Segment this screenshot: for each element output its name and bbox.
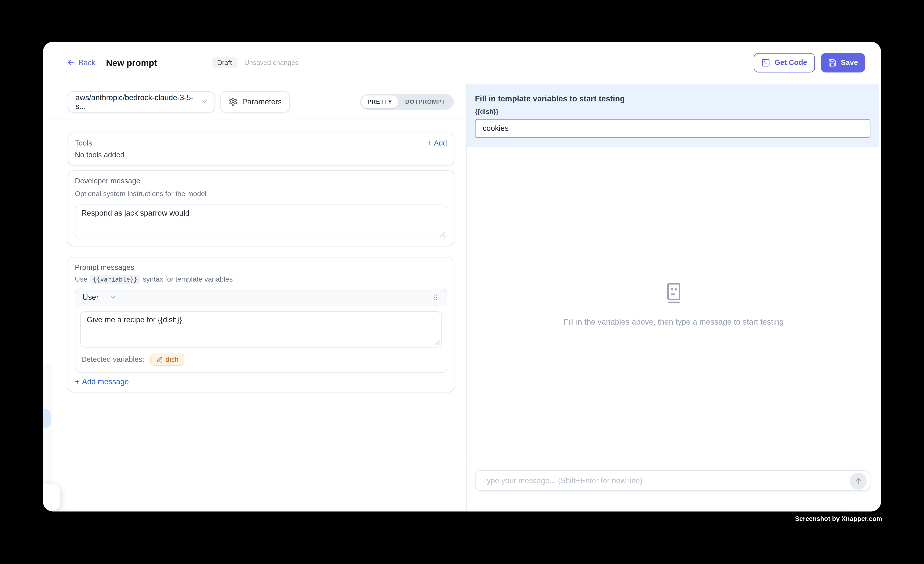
tools-empty-text: No tools added bbox=[75, 151, 447, 159]
clipped-sidebar-active-item[interactable] bbox=[43, 409, 51, 428]
test-panel: Fill in template variables to start test… bbox=[466, 84, 881, 512]
model-select[interactable]: aws/anthropic/bedrock-claude-3-5-s... bbox=[68, 92, 215, 112]
resize-handle-icon[interactable] bbox=[440, 231, 445, 237]
add-message-button[interactable]: + Add message bbox=[75, 377, 447, 386]
prompt-messages-card: Prompt messages Use {{variable}} syntax … bbox=[68, 257, 454, 392]
toggle-dotprompt[interactable]: DOTPROMPT bbox=[398, 95, 452, 108]
resize-handle-icon[interactable] bbox=[434, 340, 440, 345]
header: Back New prompt Draft Unsaved changes Ge… bbox=[43, 42, 881, 84]
floppy-disk-icon bbox=[828, 58, 837, 67]
arrow-left-icon bbox=[67, 58, 75, 67]
user-message-field: Give me a recipe for {{dish}} bbox=[80, 311, 442, 348]
get-code-button[interactable]: Get Code bbox=[754, 53, 815, 72]
chevron-down-icon[interactable] bbox=[109, 294, 117, 302]
developer-message-subtitle: Optional system instructions for the mod… bbox=[75, 190, 447, 198]
get-code-label: Get Code bbox=[774, 58, 807, 67]
tools-card: Tools + Add No tools added bbox=[68, 132, 454, 165]
chat-footer bbox=[466, 461, 881, 512]
bot-face-icon bbox=[663, 282, 685, 306]
add-tool-label: Add bbox=[434, 139, 447, 147]
parameters-button[interactable]: Parameters bbox=[220, 92, 290, 112]
screenshot-stage: Back New prompt Draft Unsaved changes Ge… bbox=[0, 0, 924, 564]
window-body: aws/anthropic/bedrock-claude-3-5-s... Pa… bbox=[43, 84, 881, 512]
message-role-row: User bbox=[75, 289, 446, 306]
terminal-square-icon bbox=[762, 58, 770, 67]
gear-icon bbox=[229, 98, 237, 106]
clipped-popup-corner bbox=[43, 484, 60, 511]
dish-variable-label: {{dish}} bbox=[475, 108, 870, 115]
chevron-down-icon bbox=[201, 98, 209, 106]
save-button[interactable]: Save bbox=[820, 53, 865, 72]
plus-icon: + bbox=[75, 377, 80, 386]
hint-suffix: syntax for template variables bbox=[143, 276, 233, 284]
editor-scroll-area: Tools + Add No tools added Developer mes… bbox=[43, 120, 466, 392]
back-label: Back bbox=[78, 58, 95, 67]
header-actions: Get Code Save bbox=[754, 53, 865, 72]
save-label: Save bbox=[841, 58, 858, 67]
dish-variable-input[interactable] bbox=[475, 119, 870, 138]
developer-message-title: Developer message bbox=[75, 177, 447, 185]
chat-message-input[interactable] bbox=[483, 476, 846, 485]
detected-variable-name: dish bbox=[166, 356, 179, 364]
parameters-label: Parameters bbox=[242, 98, 282, 106]
back-button[interactable]: Back bbox=[67, 58, 95, 67]
tools-title: Tools bbox=[75, 139, 92, 147]
developer-message-textarea[interactable]: Respond as jack sparrow would bbox=[75, 205, 446, 238]
drag-handle-icon[interactable] bbox=[432, 293, 439, 302]
detected-variables-row: Detected variables: dish bbox=[80, 348, 442, 372]
variable-chip: {{variable}} bbox=[90, 275, 140, 284]
model-select-value: aws/anthropic/bedrock-claude-3-5-s... bbox=[75, 93, 201, 111]
prompt-message-block: User Give me a recipe for {{dish}} bbox=[75, 289, 447, 373]
message-body: Give me a recipe for {{dish}} Detected v… bbox=[75, 306, 446, 372]
role-select-value[interactable]: User bbox=[82, 293, 99, 302]
developer-message-field: Respond as jack sparrow would bbox=[75, 204, 447, 239]
app-window: Back New prompt Draft Unsaved changes Ge… bbox=[43, 42, 881, 512]
template-variables-section: Fill in template variables to start test… bbox=[466, 84, 878, 147]
variable-syntax-hint: Use {{variable}} syntax for template var… bbox=[75, 275, 447, 284]
format-toggle: PRETTY DOTPROMPT bbox=[360, 94, 454, 110]
detected-variables-label: Detected variables: bbox=[81, 356, 144, 364]
variables-heading: Fill in template variables to start test… bbox=[475, 94, 870, 103]
plus-icon: + bbox=[427, 139, 431, 147]
chat-input-container bbox=[475, 470, 870, 491]
add-tool-button[interactable]: + Add bbox=[427, 139, 447, 147]
developer-message-card: Developer message Optional system instru… bbox=[68, 170, 454, 246]
add-message-label: Add message bbox=[82, 377, 129, 386]
editor-panel: aws/anthropic/bedrock-claude-3-5-s... Pa… bbox=[43, 84, 466, 512]
empty-state-text: Fill in the variables above, then type a… bbox=[564, 317, 784, 326]
prompt-messages-title: Prompt messages bbox=[75, 263, 447, 272]
page-title: New prompt bbox=[106, 58, 157, 68]
user-message-textarea[interactable]: Give me a recipe for {{dish}} bbox=[81, 312, 441, 347]
unsaved-changes-text: Unsaved changes bbox=[244, 59, 298, 66]
status-badge: Draft bbox=[212, 57, 237, 69]
toggle-pretty[interactable]: PRETTY bbox=[362, 95, 398, 108]
send-button[interactable] bbox=[850, 472, 867, 489]
model-toolbar: aws/anthropic/bedrock-claude-3-5-s... Pa… bbox=[43, 84, 466, 120]
conversation-area: Fill in the variables above, then type a… bbox=[466, 147, 881, 461]
detected-variable-chip[interactable]: dish bbox=[150, 353, 184, 366]
hint-prefix: Use bbox=[75, 276, 87, 284]
watermark: Screenshot by Xnapper.com bbox=[795, 515, 882, 522]
arrow-up-icon bbox=[854, 477, 862, 485]
pencil-icon bbox=[156, 356, 163, 363]
